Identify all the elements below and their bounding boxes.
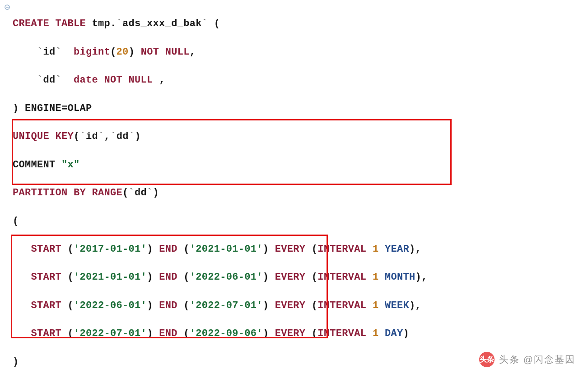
code-line: COMMENT "x" bbox=[13, 158, 586, 172]
code-line: UNIQUE KEY(`id`,`dd`) bbox=[13, 129, 586, 143]
code-line: `dd` date NOT NULL , bbox=[13, 73, 586, 87]
code-line: START ('2021-01-01') END ('2022-06-01') … bbox=[13, 270, 586, 284]
code-line: START ('2017-01-01') END ('2021-01-01') … bbox=[13, 242, 586, 256]
watermark-logo-icon: 头条 bbox=[479, 352, 495, 367]
code-line: ( bbox=[13, 214, 586, 228]
code-line: CREATE TABLE tmp.`ads_xxx_d_bak` ( bbox=[13, 17, 586, 31]
code-line: `id` bigint(20) NOT NULL, bbox=[13, 45, 586, 59]
code-line: START ('2022-07-01') END ('2022-09-06') … bbox=[13, 327, 586, 341]
fold-gutter bbox=[5, 5, 10, 10]
code-block: CREATE TABLE tmp.`ads_xxx_d_bak` ( `id` … bbox=[13, 3, 586, 378]
watermark: 头条 头条 @闪念基因 bbox=[479, 352, 575, 367]
collapse-icon[interactable] bbox=[5, 5, 10, 10]
watermark-text: 头条 @闪念基因 bbox=[499, 353, 575, 366]
code-line: START ('2022-06-01') END ('2022-07-01') … bbox=[13, 299, 586, 313]
code-line: ) ENGINE=OLAP bbox=[13, 101, 586, 115]
code-line: PARTITION BY RANGE(`dd`) bbox=[13, 186, 586, 200]
code-editor: CREATE TABLE tmp.`ads_xxx_d_bak` ( `id` … bbox=[1, 3, 586, 378]
